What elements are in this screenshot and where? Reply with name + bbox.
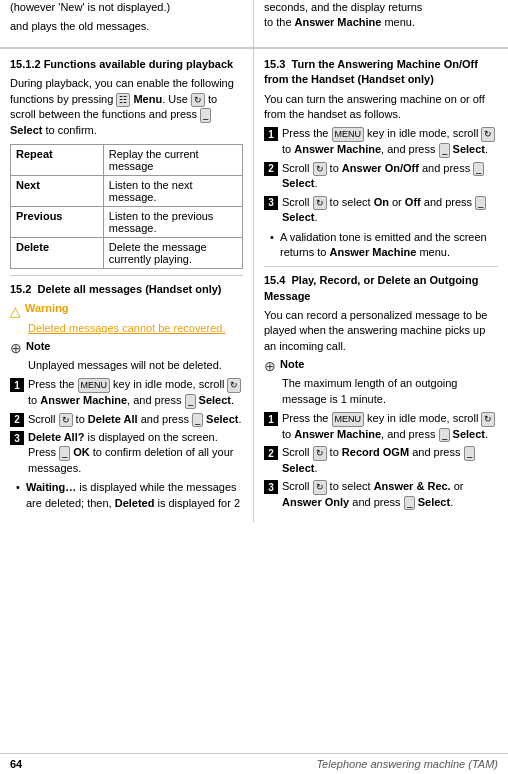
step-text-1-15-2: Press the MENU key in idle mode, scroll … (28, 377, 243, 408)
step-2-15-3: 2 Scroll ↻ to Answer On/Off and press ⎯ … (264, 161, 498, 192)
note-box-15-4: ⊕ Note (264, 358, 498, 374)
section-15-1-2-body: During playback, you can enable the foll… (10, 76, 243, 138)
step-number-3-r: 3 (264, 196, 278, 210)
step-2-15-4: 2 Scroll ↻ to Record OGM and press ⎯ Sel… (264, 445, 498, 476)
main-content: 15.1.2 Functions available during playba… (0, 48, 508, 523)
select-key-2: ⎯ (192, 413, 203, 428)
section-15-1-2-title: 15.1.2 Functions available during playba… (10, 57, 243, 72)
menu-key-r1: MENU (332, 127, 365, 142)
warning-box: △ Warning (10, 302, 243, 319)
step-3-15-2: 3 Delete All? is displayed on the screen… (10, 430, 243, 476)
step-text-3-15-3: Scroll ↻ to select On or Off and press ⎯… (282, 195, 498, 226)
scroll-key-r1: ↻ (481, 127, 495, 142)
section-15-1-2: 15.1.2 Functions available during playba… (10, 57, 243, 269)
top-left-text2: and plays the old messages. (10, 19, 243, 34)
section-15-4-title: 15.4 Play, Record, or Delete an Outgoing… (264, 273, 498, 304)
menu-key-icon: ☷ (116, 93, 130, 108)
menu-key-154-1: MENU (332, 412, 365, 427)
top-left-continuation: (however 'New' is not displayed.) and pl… (0, 0, 254, 47)
select-key-r3: ⎯ (475, 196, 486, 211)
top-right-continuation: seconds, and the display returns to the … (254, 0, 508, 47)
left-column: 15.1.2 Functions available during playba… (0, 49, 254, 523)
select-key-icon: ⎯ (200, 108, 211, 123)
note-icon-15-4: ⊕ (264, 358, 276, 374)
select-key-r2: ⎯ (473, 162, 484, 177)
section-15-2-title: 15.2 Delete all messages (Handset only) (10, 282, 243, 297)
step-number-1-r: 1 (264, 127, 278, 141)
step-text-2-15-2: Scroll ↻ to Delete All and press ⎯ Selec… (28, 412, 242, 428)
step-text-1-15-3: Press the MENU key in idle mode, scroll … (282, 126, 498, 157)
section-15-2: 15.2 Delete all messages (Handset only) … (10, 282, 243, 511)
top-right-text: seconds, and the display returns to the … (264, 0, 498, 31)
step-number-3-15-4: 3 (264, 480, 278, 494)
table-cell-prev-label: Previous (11, 207, 104, 238)
footer: 64 Telephone answering machine (TAM) (0, 753, 508, 774)
section-15-3: 15.3 Turn the Answering Machine On/Off f… (264, 57, 498, 261)
warning-icon: △ (10, 303, 21, 319)
note-icon: ⊕ (10, 340, 22, 356)
step-number-3: 3 (10, 431, 24, 445)
table-cell-next-desc: Listen to the next message. (103, 176, 242, 207)
step-1-15-4: 1 Press the MENU key in idle mode, scrol… (264, 411, 498, 442)
page: (however 'New' is not displayed.) and pl… (0, 0, 508, 774)
scroll-key-r3: ↻ (313, 196, 327, 211)
steps-list-15-3: 1 Press the MENU key in idle mode, scrol… (264, 126, 498, 225)
page-label: Telephone answering machine (TAM) (316, 758, 498, 770)
scroll-key-2: ↻ (59, 413, 73, 428)
steps-list-15-4: 1 Press the MENU key in idle mode, scrol… (264, 411, 498, 510)
section-15-3-title: 15.3 Turn the Answering Machine On/Off f… (264, 57, 498, 88)
scroll-key-r2: ↻ (313, 162, 327, 177)
page-number: 64 (10, 758, 22, 770)
table-cell-next-label: Next (11, 176, 104, 207)
select-key-1: ⎯ (185, 394, 196, 409)
bullet-validation: A validation tone is emitted and the scr… (264, 230, 498, 261)
select-key-154-2: ⎯ (464, 446, 475, 461)
table-row: Delete Delete the message currently play… (11, 238, 243, 269)
table-cell-repeat-desc: Replay the current message (103, 145, 242, 176)
step-text-2-15-4: Scroll ↻ to Record OGM and press ⎯ Selec… (282, 445, 498, 476)
scroll-key-icon: ↻ (191, 93, 205, 108)
select-key-r1: ⎯ (439, 143, 450, 158)
divider-mid-left (10, 275, 243, 276)
table-cell-repeat-label: Repeat (11, 145, 104, 176)
functions-table: Repeat Replay the current message Next L… (10, 144, 243, 269)
table-cell-prev-desc: Listen to the previous message. (103, 207, 242, 238)
step-number-2-r: 2 (264, 162, 278, 176)
step-number-2-15-4: 2 (264, 446, 278, 460)
select-key-154-1: ⎯ (439, 428, 450, 443)
step-text-3-15-2: Delete All? is displayed on the screen. … (28, 430, 243, 476)
step-3-15-3: 3 Scroll ↻ to select On or Off and press… (264, 195, 498, 226)
step-3-15-4: 3 Scroll ↻ to select Answer & Rec. or An… (264, 479, 498, 510)
step-text-3-15-4: Scroll ↻ to select Answer & Rec. or Answ… (282, 479, 498, 510)
step-text-2-15-3: Scroll ↻ to Answer On/Off and press ⎯ Se… (282, 161, 498, 192)
section-15-4-body: You can record a personalized message to… (264, 308, 498, 354)
top-section: (however 'New' is not displayed.) and pl… (0, 0, 508, 47)
note-text-15-4: The maximum length of an outgoing messag… (282, 376, 498, 407)
note-text-15-2: Unplayed messages will not be deleted. (28, 358, 243, 373)
scroll-key-154-1: ↻ (481, 412, 495, 427)
step-text-1-15-4: Press the MENU key in idle mode, scroll … (282, 411, 498, 442)
ok-key: ⎯ (59, 446, 70, 461)
table-row: Previous Listen to the previous message. (11, 207, 243, 238)
table-row: Repeat Replay the current message (11, 145, 243, 176)
warning-content: Warning (25, 302, 69, 314)
step-1-15-3: 1 Press the MENU key in idle mode, scrol… (264, 126, 498, 157)
step-1-15-2: 1 Press the MENU key in idle mode, scrol… (10, 377, 243, 408)
step-number-1: 1 (10, 378, 24, 392)
note-box-15-2: ⊕ Note (10, 340, 243, 356)
scroll-key-154-2: ↻ (313, 446, 327, 461)
warning-detail-text: Deleted messages cannot be recovered. (28, 321, 243, 336)
bullet-waiting: Waiting… is displayed while the messages… (10, 480, 243, 511)
right-column: 15.3 Turn the Answering Machine On/Off f… (254, 49, 508, 523)
top-left-text1: (however 'New' is not displayed.) (10, 0, 243, 15)
scroll-key-154-3: ↻ (313, 480, 327, 495)
step-2-15-2: 2 Scroll ↻ to Delete All and press ⎯ Sel… (10, 412, 243, 428)
section-15-4: 15.4 Play, Record, or Delete an Outgoing… (264, 273, 498, 510)
select-key-154-3: ⎯ (404, 496, 415, 511)
section-15-3-body: You can turn the answering machine on or… (264, 92, 498, 123)
menu-key-1: MENU (78, 378, 111, 393)
table-cell-del-label: Delete (11, 238, 104, 269)
table-row: Next Listen to the next message. (11, 176, 243, 207)
step-number-2: 2 (10, 413, 24, 427)
steps-list-15-2: 1 Press the MENU key in idle mode, scrol… (10, 377, 243, 476)
